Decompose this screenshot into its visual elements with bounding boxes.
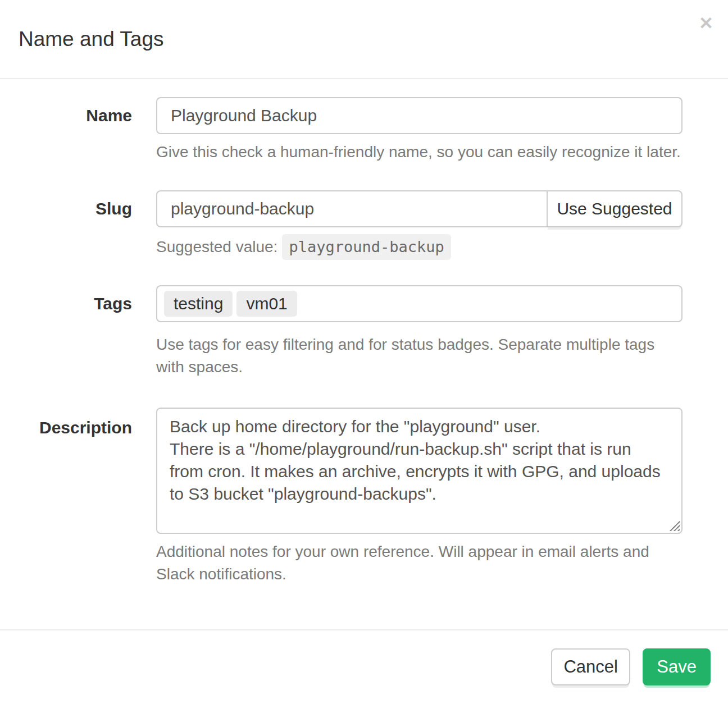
suggested-value-prefix: Suggested value: xyxy=(156,238,277,255)
tag-pill-testing[interactable]: testing xyxy=(164,291,233,317)
tag-pill-vm01[interactable]: vm01 xyxy=(236,291,297,317)
slug-form-row: Slug Use Suggested Suggested value:playg… xyxy=(0,190,683,260)
name-help-text: Give this check a human-friendly name, s… xyxy=(156,141,683,163)
description-form-row: Description Back up home directory for t… xyxy=(0,408,683,586)
name-input[interactable] xyxy=(156,97,683,134)
name-form-row: Name Give this check a human-friendly na… xyxy=(0,97,683,163)
close-icon[interactable]: ✕ xyxy=(699,15,713,32)
description-help-text: Additional notes for your own reference.… xyxy=(156,541,683,586)
modal-header: Name and Tags ✕ xyxy=(0,0,728,79)
modal-title: Name and Tags xyxy=(19,27,709,52)
description-label: Description xyxy=(0,408,132,586)
name-label: Name xyxy=(0,97,132,163)
slug-help-text: Suggested value:playground-backup xyxy=(156,234,683,260)
tags-form-row: Tags testing vm01 Use tags for easy filt… xyxy=(0,285,683,378)
name-and-tags-modal: Name and Tags ✕ Name Give this check a h… xyxy=(0,0,728,586)
slug-label: Slug xyxy=(0,190,132,260)
slug-input[interactable] xyxy=(156,190,548,227)
tags-input[interactable]: testing vm01 xyxy=(156,285,683,322)
save-button[interactable]: Save xyxy=(643,648,711,685)
description-textarea[interactable]: Back up home directory for the "playgrou… xyxy=(156,408,683,534)
modal-footer: Cancel Save xyxy=(0,629,728,704)
use-suggested-button[interactable]: Use Suggested xyxy=(547,190,683,227)
slug-input-group: Use Suggested xyxy=(156,190,683,227)
modal-body: Name Give this check a human-friendly na… xyxy=(0,79,728,586)
tags-help-text: Use tags for easy filtering and for stat… xyxy=(156,333,683,378)
cancel-button[interactable]: Cancel xyxy=(551,648,630,685)
suggested-value-chip: playground-backup xyxy=(282,234,451,260)
tags-label: Tags xyxy=(0,285,132,378)
